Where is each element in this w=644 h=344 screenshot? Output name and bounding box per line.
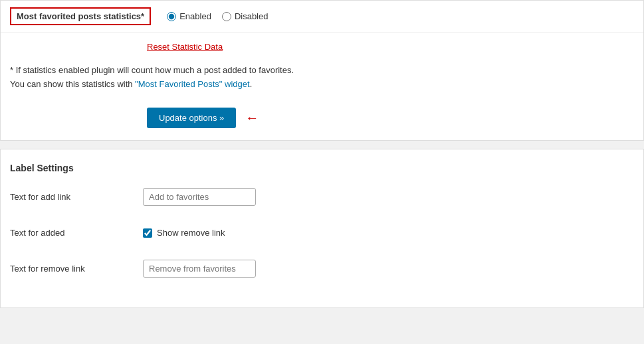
widget-link[interactable]: "Most Favorited Posts" widget	[135, 79, 250, 89]
stats-row: Most favorited posts statistics* Enabled…	[1, 1, 643, 33]
radio-enabled-input[interactable]	[167, 12, 176, 21]
radio-group: Enabled Disabled	[167, 11, 268, 21]
text-for-added-label: Text for added	[10, 228, 143, 238]
arrow-indicator: ←	[245, 111, 259, 124]
text-for-remove-row: Text for remove link	[10, 258, 634, 280]
info-row: * If statistics enabled plugin will coun…	[1, 58, 643, 101]
radio-disabled-label: Disabled	[235, 11, 268, 21]
stats-label: Most favorited posts statistics*	[10, 7, 151, 25]
bottom-section: Label Settings Text for add link Text fo…	[0, 149, 644, 308]
text-for-remove-label: Text for remove link	[10, 264, 143, 274]
text-for-remove-input[interactable]	[143, 260, 256, 278]
radio-enabled-label: Enabled	[179, 11, 211, 21]
page-wrapper: Most favorited posts statistics* Enabled…	[0, 0, 644, 344]
show-remove-link-label: Show remove link	[157, 228, 225, 238]
info-line2-prefix: You can show this statistics with	[10, 79, 135, 89]
text-for-add-row: Text for add link	[10, 187, 634, 208]
reset-statistic-link[interactable]: Reset Statistic Data	[147, 42, 223, 52]
update-row: Update options » ←	[1, 101, 643, 140]
reset-row: Reset Statistic Data	[1, 33, 643, 58]
update-options-button[interactable]: Update options »	[147, 108, 236, 128]
info-line2-suffix: .	[250, 79, 253, 89]
top-section: Most favorited posts statistics* Enabled…	[0, 0, 644, 141]
radio-enabled-option[interactable]: Enabled	[167, 11, 211, 21]
info-line1: * If statistics enabled plugin will coun…	[10, 64, 634, 78]
label-settings-title: Label Settings	[10, 163, 634, 173]
text-for-add-input[interactable]	[143, 188, 256, 206]
show-remove-link-row: Show remove link	[143, 228, 225, 238]
info-line2: You can show this statistics with "Most …	[10, 78, 634, 92]
show-remove-link-checkbox[interactable]	[143, 228, 152, 238]
radio-disabled-option[interactable]: Disabled	[222, 11, 268, 21]
text-for-added-row: Text for added Show remove link	[10, 222, 634, 244]
radio-disabled-input[interactable]	[222, 12, 231, 21]
text-for-add-label: Text for add link	[10, 192, 143, 202]
